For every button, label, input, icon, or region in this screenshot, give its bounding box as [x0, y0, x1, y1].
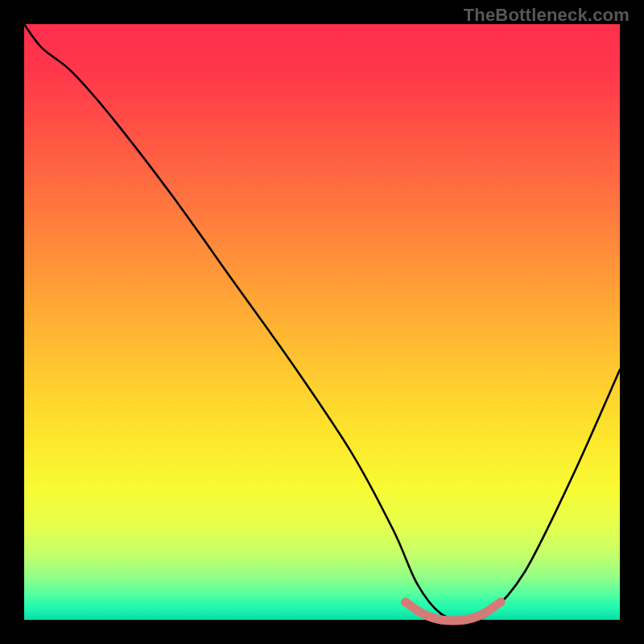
optimal-segment-path [406, 602, 501, 621]
watermark-text: TheBottleneck.com [464, 5, 630, 26]
curve-svg [24, 24, 620, 620]
bottleneck-curve-path [24, 24, 620, 620]
plot-area [24, 24, 620, 620]
chart-frame: TheBottleneck.com [0, 0, 644, 644]
